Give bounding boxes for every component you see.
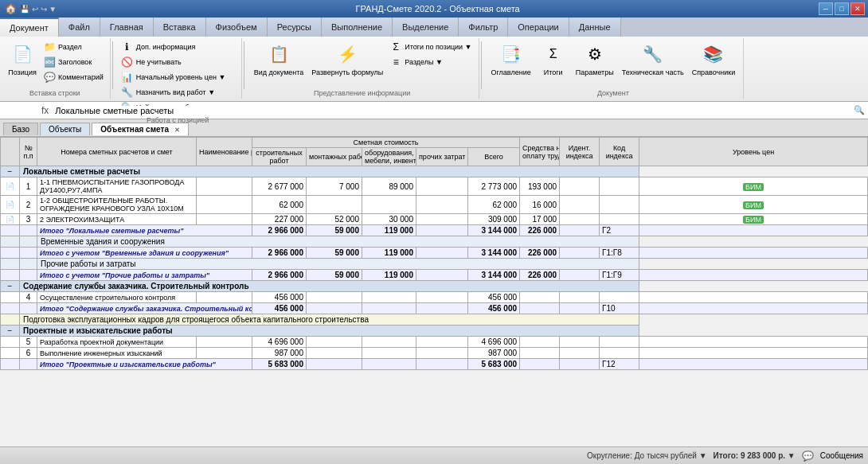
- btn-comment[interactable]: 💬 Комментарий: [41, 70, 105, 84]
- t2-oplata: 226 000: [520, 270, 560, 281]
- tab-insert[interactable]: Вставка: [154, 18, 206, 37]
- row-proch: [416, 196, 468, 214]
- total-num: [20, 225, 37, 236]
- table-row[interactable]: Подготовка эксплуатационных кадров для с…: [1, 314, 868, 326]
- total-oplata: 226 000: [520, 225, 560, 236]
- table-row[interactable]: Прочие работы и затраты: [1, 259, 868, 270]
- group-presentation-content: 📋 Вид документа ⚡ Развернуть формулы Σ И…: [251, 40, 474, 88]
- table-row[interactable]: 📄 1 1-1 ПНЕВМОИСПЫТАНИЕ ГАЗОПРОВОДА ДУ14…: [1, 177, 868, 196]
- col-header-kod: Кодиндекса: [600, 138, 639, 166]
- minimize-button[interactable]: ─: [819, 2, 833, 15]
- r5-proch: [416, 337, 468, 348]
- tab-close-icon[interactable]: ✕: [174, 127, 180, 134]
- tab-objects[interactable]: Объекты: [40, 123, 90, 135]
- row-collapse-icon[interactable]: −: [1, 166, 20, 177]
- table-row[interactable]: − Содержание службы заказчика. Строитель…: [1, 281, 868, 292]
- row-uroven: БИМ: [639, 196, 868, 214]
- info-icon: ℹ: [121, 41, 134, 53]
- tab-filter[interactable]: Фильтр: [459, 18, 508, 37]
- tab-operations[interactable]: Операции: [508, 18, 569, 37]
- row-num: 1: [20, 177, 37, 196]
- table-row-total: Итого "Содержание службы заказчика. Стро…: [1, 303, 868, 314]
- t2-proch: [416, 270, 468, 281]
- btn-handbooks[interactable]: 📚 Справочники: [689, 40, 739, 78]
- col-header-stroy: строительныхработ: [252, 148, 307, 166]
- btn-expand-formula[interactable]: ⚡ Развернуть формулы: [308, 40, 386, 78]
- table-row-total: Итого "Проектные и изыскательские работы…: [1, 359, 868, 370]
- t-kod: Г1:Г8: [600, 248, 639, 259]
- t3-label: Итого "Содержание службы заказчика. Стро…: [37, 303, 252, 314]
- btn-header[interactable]: 🔤 Заголовок: [41, 55, 105, 69]
- t2-icon: [1, 270, 20, 281]
- r5-uroven: [639, 337, 868, 348]
- table-row[interactable]: 4 Осуществление строительного контроля 4…: [1, 292, 868, 303]
- btn-start-level[interactable]: 📊 Начальный уровень цен ▼: [119, 70, 228, 84]
- s3-icon: [1, 314, 20, 326]
- s4-collapse[interactable]: −: [1, 326, 20, 337]
- tab-selection[interactable]: Выделение: [393, 18, 459, 37]
- row-uroven: БИМ: [639, 177, 868, 196]
- row-name: [197, 196, 252, 214]
- rounding-label[interactable]: Округление: До тысяч рублей ▼: [587, 451, 707, 460]
- tab-document[interactable]: Документ: [0, 18, 59, 37]
- btn-params[interactable]: ⚙ Параметры: [573, 40, 617, 78]
- col-header-ident: Идент.индекса: [560, 138, 600, 166]
- table-scroll[interactable]: №п.п Номера сметных расчетов и смет Наим…: [0, 137, 868, 446]
- total-label[interactable]: Итого: 9 283 000 р. ▼: [714, 451, 796, 460]
- tab-fizobem[interactable]: Физобъем: [206, 18, 268, 37]
- tab-home[interactable]: Главная: [100, 18, 154, 37]
- btn-position[interactable]: 📄 Позиция: [5, 40, 40, 78]
- btn-section-label: Раздел: [58, 43, 82, 51]
- table-row[interactable]: Временные здания и сооружения: [1, 236, 868, 248]
- col-header-proch: прочих затрат: [416, 148, 468, 166]
- btn-totals-by-position[interactable]: Σ Итоги по позиции ▼: [388, 40, 473, 54]
- btn-assign-work[interactable]: 🔧 Назначить вид работ ▼: [119, 85, 217, 99]
- col-header-num: №п.п: [20, 138, 37, 166]
- messages-icon[interactable]: 💬: [802, 450, 814, 462]
- tab-file[interactable]: Файл: [59, 18, 100, 37]
- btn-sections[interactable]: ≡ Разделы ▼: [388, 55, 473, 69]
- r4-num: 4: [20, 292, 37, 303]
- btn-extra-info[interactable]: ℹ Доп. информация: [119, 40, 197, 54]
- r5-equip: [362, 337, 416, 348]
- r4-vsego: 456 000: [468, 292, 520, 303]
- tab-resources[interactable]: Ресурсы: [268, 18, 322, 37]
- table-row[interactable]: 📄 3 2 ЭЛЕКТРОХИМЗАЩИТА 227 000 52 000 30…: [1, 214, 868, 225]
- messages-label[interactable]: Сообщения: [820, 451, 863, 460]
- table-row[interactable]: − Проектные и изыскательские работы: [1, 326, 868, 337]
- close-button[interactable]: ✕: [850, 2, 865, 15]
- total-icon: [1, 225, 20, 236]
- table-row[interactable]: 5 Разработка проектной документации 4 69…: [1, 337, 868, 348]
- group-presentation-title: Представление информации: [251, 88, 474, 97]
- btn-toc[interactable]: 📑 Оглавление: [488, 40, 534, 78]
- t4-montazh: [307, 359, 362, 370]
- tab-data[interactable]: Данные: [569, 18, 621, 37]
- row-proch: [416, 214, 468, 225]
- bim-badge: БИМ: [743, 201, 764, 209]
- section-icon: 📁: [43, 41, 56, 53]
- btn-not-count[interactable]: 🚫 Не учитывать: [119, 55, 183, 69]
- table-row[interactable]: − Локальные сметные расчеты: [1, 166, 868, 177]
- row-montazh: 7 000: [307, 177, 362, 196]
- title-bar-controls[interactable]: ─ □ ✕: [819, 2, 868, 15]
- tab-execution[interactable]: Выполнение: [322, 18, 393, 37]
- s2-collapse[interactable]: −: [1, 281, 20, 292]
- r6-proch: [416, 348, 468, 359]
- formula-input[interactable]: [55, 106, 850, 115]
- maximize-button[interactable]: □: [835, 2, 849, 15]
- ribbon-tabs: Документ Файл Главная Вставка Физобъем Р…: [0, 18, 868, 37]
- ribbon-content: 📄 Позиция 📁 Раздел 🔤 Заголовок 💬 Коммент…: [0, 37, 868, 102]
- btn-totals[interactable]: Σ Итоги: [536, 40, 571, 78]
- title-bar: 🏠 💾 ↩ ↪ ▼ ГРАНД-Смете 2020.2 - Объектная…: [0, 0, 868, 18]
- table-row[interactable]: 6 Выполнение инженерных изысканий 987 00…: [1, 348, 868, 359]
- t2-vsego: 3 144 000: [468, 270, 520, 281]
- btn-tech-part[interactable]: 🔧 Техническая часть: [619, 40, 687, 78]
- btn-view-doc[interactable]: 📋 Вид документа: [251, 40, 307, 78]
- tab-base[interactable]: Базо: [3, 123, 38, 135]
- table-row[interactable]: 📄 2 1-2 ОБЩЕСТРОИТЕЛЬНЫЕ РАБОТЫ. ОГРАЖДЕ…: [1, 196, 868, 214]
- r6-name: [197, 348, 252, 359]
- btn-section[interactable]: 📁 Раздел: [41, 40, 105, 54]
- total-equip: 119 000: [362, 225, 416, 236]
- bim-badge: БИМ: [743, 183, 764, 191]
- tab-object-smeta[interactable]: Объектная смета ✕: [92, 123, 188, 135]
